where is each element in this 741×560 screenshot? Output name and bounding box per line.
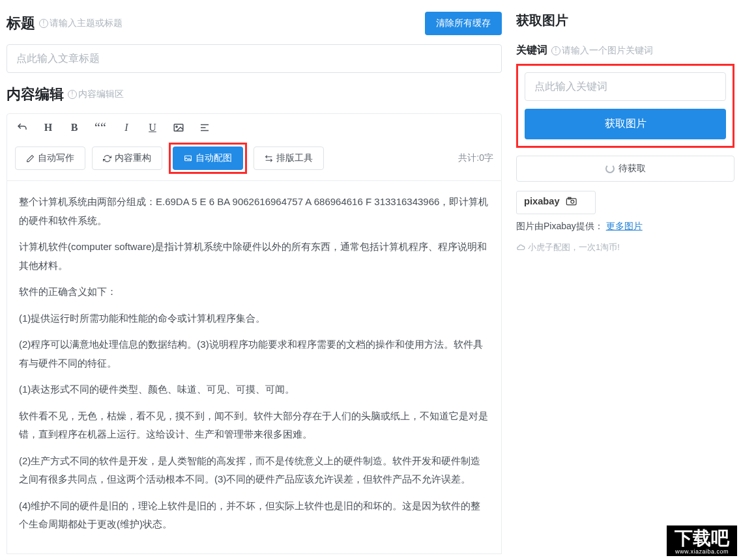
- pending-button[interactable]: 待获取: [516, 156, 734, 182]
- fetch-image-header: 获取图片: [516, 12, 734, 29]
- keyword-input[interactable]: [525, 72, 726, 101]
- content-hint-text: 内容编辑区: [78, 89, 124, 100]
- pencil-icon: [26, 154, 35, 163]
- promo-text: 小虎子配图，一次1淘币!: [528, 242, 620, 253]
- content-edit-label: 内容编辑: [7, 85, 64, 104]
- svg-point-8: [571, 200, 574, 203]
- svg-rect-7: [566, 199, 576, 205]
- auto-image-button[interactable]: 自动配图: [173, 147, 243, 170]
- auto-write-label: 自动写作: [38, 152, 74, 164]
- pixabay-badge: pixabay: [516, 191, 596, 214]
- provider-line: 图片由Pixabay提供： 更多图片: [516, 221, 734, 232]
- image-match-icon: [184, 154, 192, 163]
- spinner-icon: [605, 164, 615, 173]
- editor-body[interactable]: 整个计算机系统由两部分组成：E.69DA 5 E 6 BA 9062616964…: [7, 181, 502, 554]
- paragraph: 整个计算机系统由两部分组成：E.69DA 5 E 6 BA 9062616964…: [19, 193, 489, 230]
- keyword-label: 关键词: [516, 44, 547, 57]
- paragraph: 软件的正确含义如下：: [19, 283, 489, 301]
- paragraph: (2)程序可以满意地处理信息的数据结构。(3)说明程序功能要求和程序需要的文档的…: [19, 335, 489, 372]
- pending-label: 待获取: [618, 163, 646, 175]
- fetch-image-button[interactable]: 获取图片: [525, 109, 726, 139]
- paragraph: (4)维护不同的硬件是旧的，理论上软件是旧的，并不坏，但实际上软件也是旧的和坏的…: [19, 497, 489, 534]
- keyword-hint: ! 请输入一个图片关键词: [551, 45, 653, 57]
- restructure-label: 内容重构: [115, 152, 151, 164]
- info-icon: !: [551, 46, 560, 55]
- content-hint: ! 内容编辑区: [68, 89, 124, 100]
- paragraph: 计算机软件(computer software)是指计算机系统中除硬件以外的所有…: [19, 238, 489, 275]
- title-label: 标题: [7, 14, 35, 33]
- heading-icon[interactable]: H: [41, 120, 55, 135]
- highlight-keyword-box: 获取图片: [516, 64, 734, 148]
- undo-icon[interactable]: [15, 120, 29, 135]
- layout-tool-label: 排版工具: [276, 152, 313, 164]
- bold-icon[interactable]: B: [67, 120, 81, 135]
- info-icon: !: [39, 19, 48, 28]
- auto-write-button[interactable]: 自动写作: [15, 147, 85, 170]
- layout-tool-button[interactable]: 排版工具: [254, 147, 324, 170]
- image-icon[interactable]: [171, 120, 186, 135]
- auto-image-label: 自动配图: [196, 152, 232, 164]
- paragraph: 软件看不见，无色，枯燥，看不见，摸不到，闻不到。软件大部分存在于人们的头脑或纸上…: [19, 407, 489, 444]
- watermark: 下载吧 www.xiazaiba.com: [667, 525, 737, 556]
- highlight-auto-image: 自动配图: [169, 143, 247, 174]
- paragraph: (1)提供运行时所需功能和性能的命令或计算机程序集合。: [19, 309, 489, 328]
- cloud-icon: [516, 243, 525, 252]
- article-title-input[interactable]: [7, 44, 502, 73]
- editor-toolbar: H B ““ I U 自动写作: [7, 113, 502, 181]
- quote-icon[interactable]: ““: [93, 120, 108, 135]
- word-count: 共计:0字: [458, 152, 493, 164]
- watermark-main: 下载吧: [675, 528, 729, 548]
- refresh-icon: [103, 154, 111, 163]
- layout-icon: [265, 154, 273, 163]
- italic-icon[interactable]: I: [119, 120, 134, 135]
- svg-text:pixabay: pixabay: [524, 196, 560, 206]
- title-hint-text: 请输入主题或标题: [50, 18, 123, 29]
- title-hint: ! 请输入主题或标题: [39, 18, 123, 29]
- info-icon: !: [68, 90, 77, 99]
- paragraph: (1)表达形式不同的硬件类型、颜色、味道、可见、可摸、可闻。: [19, 380, 489, 399]
- more-images-link[interactable]: 更多图片: [606, 221, 643, 231]
- align-icon[interactable]: [197, 120, 212, 135]
- restructure-button[interactable]: 内容重构: [92, 147, 162, 170]
- promo-line: 小虎子配图，一次1淘币!: [516, 242, 734, 253]
- clear-cache-button[interactable]: 清除所有缓存: [425, 12, 502, 35]
- svg-point-1: [176, 126, 177, 127]
- watermark-sub: www.xiazaiba.com: [675, 549, 729, 555]
- underline-icon[interactable]: U: [145, 120, 160, 135]
- provider-text: 图片由Pixabay提供：: [516, 221, 603, 231]
- keyword-hint-text: 请输入一个图片关键词: [562, 45, 653, 57]
- paragraph: (2)生产方式不同的软件是开发，是人类智能的高发挥，而不是传统意义上的硬件制造。…: [19, 452, 489, 489]
